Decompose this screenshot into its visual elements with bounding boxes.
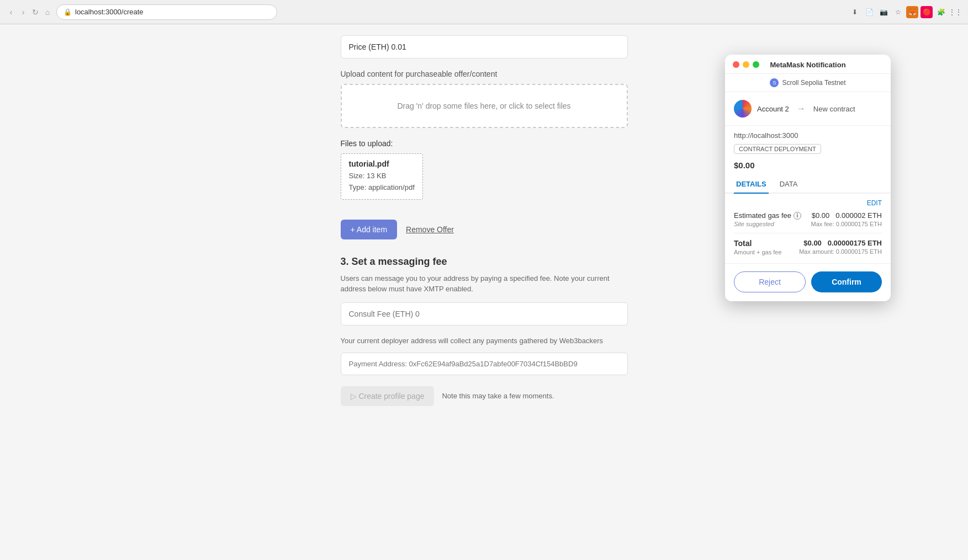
- file-name: tutorial.pdf: [349, 159, 415, 168]
- url-text: localhost:3000/create: [75, 8, 144, 16]
- extensions-area: ⬇ 📄 📷 ☆ 🦊 🔴 🧩 ⋮⋮: [849, 6, 961, 18]
- maximize-button[interactable]: [753, 61, 759, 68]
- upload-label: Upload content for purchaseable offer/co…: [341, 70, 628, 78]
- file-size: Size: 13 KB: [349, 170, 415, 182]
- edit-row: EDIT: [734, 199, 882, 207]
- fee-divider: [734, 233, 882, 233]
- ext-puzzle[interactable]: 🧩: [935, 6, 947, 18]
- total-label-group: Total Amount + gas fee: [734, 239, 782, 255]
- upload-section: Upload content for purchaseable offer/co…: [341, 70, 628, 128]
- form-container: Upload content for purchaseable offer/co…: [341, 35, 628, 549]
- total-main: $0.00 0.00000175 ETH: [803, 239, 882, 247]
- max-amount-row: Max amount: 0.00000175 ETH: [799, 248, 882, 255]
- mm-url: http://localhost:3000: [725, 126, 891, 142]
- file-type: Type: application/pdf: [349, 182, 415, 194]
- files-section: Files to upload: tutorial.pdf Size: 13 K…: [341, 139, 628, 209]
- nav-icons: ‹ › ↻ ⌂: [7, 8, 52, 17]
- create-profile-button[interactable]: ▷ Create profile page: [341, 386, 435, 406]
- files-label: Files to upload:: [341, 139, 628, 148]
- browser-toolbar: ‹ › ↻ ⌂ 🔒 localhost:3000/create ⬇ 📄 📷 ☆ …: [0, 0, 968, 24]
- step3-desc: Users can message you to your address by…: [341, 273, 628, 295]
- tab-data[interactable]: DATA: [777, 175, 800, 193]
- minimize-button[interactable]: [743, 61, 749, 68]
- page-content: Upload content for purchaseable offer/co…: [0, 24, 968, 560]
- gas-fee-main: $0.00 0.000002 ETH: [812, 211, 882, 220]
- ext-screenshot[interactable]: 📷: [877, 6, 890, 18]
- mm-titlebar: MetaMask Notification: [725, 55, 891, 74]
- mm-title: MetaMask Notification: [770, 61, 845, 69]
- mm-details: EDIT Estimated gas fee ℹ Site suggested …: [725, 194, 891, 263]
- note-text: Note this may take a few moments.: [442, 392, 554, 400]
- edit-link[interactable]: EDIT: [867, 199, 882, 207]
- dropzone[interactable]: Drag 'n' drop some files here, or click …: [341, 84, 628, 128]
- add-item-button[interactable]: + Add item: [341, 220, 398, 239]
- mm-network-bar: S Scroll Sepolia Testnet: [725, 74, 891, 92]
- ext-download[interactable]: ⬇: [849, 6, 861, 18]
- ext-red[interactable]: 🔴: [921, 6, 933, 18]
- payment-address-input: [341, 353, 628, 375]
- dropzone-text: Drag 'n' drop some files here, or click …: [397, 102, 570, 110]
- ext-star[interactable]: ☆: [892, 6, 904, 18]
- account-name: Account 2: [757, 105, 789, 113]
- lock-icon: 🔒: [64, 8, 72, 16]
- tab-details[interactable]: DETAILS: [734, 175, 769, 194]
- reject-button[interactable]: Reject: [734, 271, 806, 292]
- total-label: Total: [734, 239, 782, 248]
- confirm-button[interactable]: Confirm: [811, 271, 882, 292]
- mm-amount: $0.00: [725, 158, 891, 175]
- mm-action-row: Reject Confirm: [725, 263, 891, 301]
- step3-section: 3. Set a messaging fee Users can message…: [341, 256, 628, 326]
- total-value-group: $0.00 0.00000175 ETH Max amount: 0.00000…: [799, 239, 882, 255]
- step3-title: 3. Set a messaging fee: [341, 256, 628, 268]
- gas-fee-label: Estimated gas fee ℹ: [734, 211, 801, 220]
- mm-tabs: DETAILS DATA: [725, 175, 891, 194]
- offer-button-row: + Add item Remove Offer: [341, 220, 628, 239]
- gas-fee-row: Estimated gas fee ℹ Site suggested $0.00…: [734, 211, 882, 227]
- file-item: tutorial.pdf Size: 13 KB Type: applicati…: [341, 153, 423, 200]
- reload-icon[interactable]: ↻: [31, 8, 40, 17]
- payment-section: Your current deployer address will colle…: [341, 337, 628, 375]
- ext-apps[interactable]: ⋮⋮: [949, 6, 961, 18]
- gas-fee-info-icon[interactable]: ℹ: [794, 212, 801, 220]
- create-profile-row: ▷ Create profile page Note this may take…: [341, 386, 628, 406]
- price-section: [341, 35, 628, 58]
- traffic-lights: [733, 61, 759, 68]
- total-row: Total Amount + gas fee $0.00 0.00000175 …: [734, 239, 882, 255]
- mm-account-row: Account 2 → New contract: [725, 92, 891, 126]
- amount-gas-label: Amount + gas fee: [734, 249, 782, 255]
- gas-fee-values: $0.00 0.000002 ETH Max fee: 0.00000175 E…: [811, 211, 882, 227]
- forward-icon[interactable]: ›: [19, 8, 28, 17]
- create-profile-label: ▷ Create profile page: [351, 392, 425, 401]
- max-fee-label: Max fee: 0.00000175 ETH: [811, 221, 882, 227]
- deploy-note: Your current deployer address will colle…: [341, 337, 628, 345]
- contract-badge: CONTRACT DEPLOYMENT: [734, 144, 821, 154]
- price-input[interactable]: [341, 35, 628, 58]
- network-icon: S: [770, 78, 779, 87]
- site-suggested-label: Site suggested: [734, 221, 801, 227]
- gas-fee-label-group: Estimated gas fee ℹ Site suggested: [734, 211, 801, 227]
- address-bar[interactable]: 🔒 localhost:3000/create: [56, 4, 277, 20]
- metamask-modal: MetaMask Notification S Scroll Sepolia T…: [725, 55, 891, 301]
- new-contract-label: New contract: [813, 105, 855, 113]
- close-button[interactable]: [733, 61, 739, 68]
- back-icon[interactable]: ‹: [7, 8, 15, 17]
- account-avatar: [734, 100, 752, 118]
- consult-fee-input[interactable]: [341, 302, 628, 326]
- network-name: Scroll Sepolia Testnet: [782, 79, 845, 87]
- home-icon[interactable]: ⌂: [43, 8, 52, 17]
- ext-bookmark[interactable]: 📄: [863, 6, 875, 18]
- ext-mm[interactable]: 🦊: [906, 6, 918, 18]
- arrow-icon: →: [797, 104, 806, 114]
- remove-offer-button[interactable]: Remove Offer: [406, 225, 454, 234]
